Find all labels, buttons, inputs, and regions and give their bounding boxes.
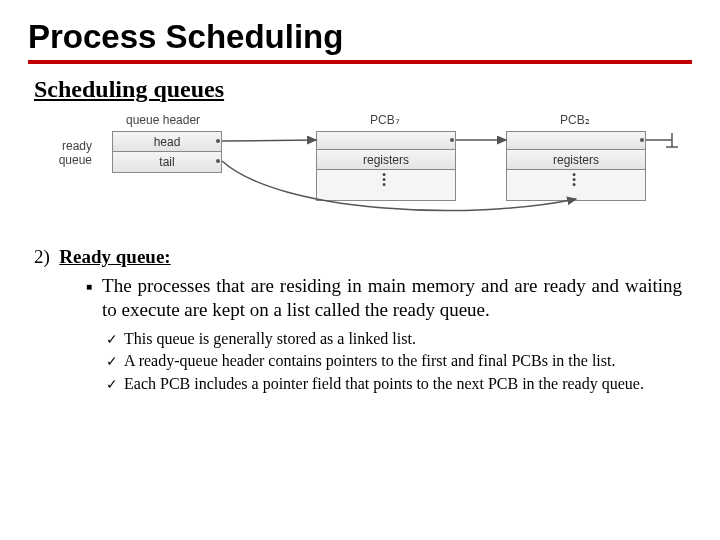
check-icon: ✓ bbox=[106, 376, 118, 394]
ready-queue-heading: Ready queue: bbox=[59, 246, 170, 267]
head-cell: head bbox=[113, 132, 221, 152]
square-bullet-icon: ■ bbox=[86, 281, 92, 294]
pcb2-registers-cell: registers bbox=[507, 150, 645, 170]
section-subtitle: Scheduling queues bbox=[34, 76, 692, 103]
pcb7-ellipsis: ••• bbox=[382, 173, 386, 188]
check-text: Each PCB includes a pointer field that p… bbox=[124, 374, 644, 394]
ready-queue-label-line1: ready bbox=[52, 139, 92, 153]
check-icon: ✓ bbox=[106, 353, 118, 371]
pcb7-label: PCB₇ bbox=[370, 113, 400, 127]
pcb7-registers-cell: registers bbox=[317, 150, 455, 170]
pcb2-box: registers bbox=[506, 131, 646, 201]
pcb7-pointer-cell bbox=[317, 132, 455, 150]
bullet-block: ■ The processes that are residing in mai… bbox=[86, 274, 682, 323]
bullet-item: ■ The processes that are residing in mai… bbox=[86, 274, 682, 323]
check-icon: ✓ bbox=[106, 331, 118, 349]
check-text: This queue is generally stored as a link… bbox=[124, 329, 416, 349]
page-title: Process Scheduling bbox=[28, 18, 692, 64]
list-number: 2) bbox=[34, 246, 50, 267]
ready-queue-diagram: queue header ready queue PCB₇ PCB₂ head … bbox=[40, 113, 680, 228]
queue-header-label: queue header bbox=[126, 113, 200, 127]
svg-line-0 bbox=[222, 140, 316, 141]
check-item: ✓ Each PCB includes a pointer field that… bbox=[106, 374, 678, 394]
pcb2-label: PCB₂ bbox=[560, 113, 590, 127]
bullet-text: The processes that are residing in main … bbox=[102, 274, 682, 323]
check-item: ✓ This queue is generally stored as a li… bbox=[106, 329, 678, 349]
pcb7-box: registers bbox=[316, 131, 456, 201]
list-item-2: 2) Ready queue: bbox=[34, 246, 692, 268]
tail-cell: tail bbox=[113, 152, 221, 172]
pcb2-pointer-cell bbox=[507, 132, 645, 150]
queue-header-box: head tail bbox=[112, 131, 222, 173]
check-text: A ready-queue header contains pointers t… bbox=[124, 351, 615, 371]
check-list: ✓ This queue is generally stored as a li… bbox=[106, 329, 678, 394]
ready-queue-label-line2: queue bbox=[52, 153, 92, 167]
check-item: ✓ A ready-queue header contains pointers… bbox=[106, 351, 678, 371]
pcb2-ellipsis: ••• bbox=[572, 173, 576, 188]
